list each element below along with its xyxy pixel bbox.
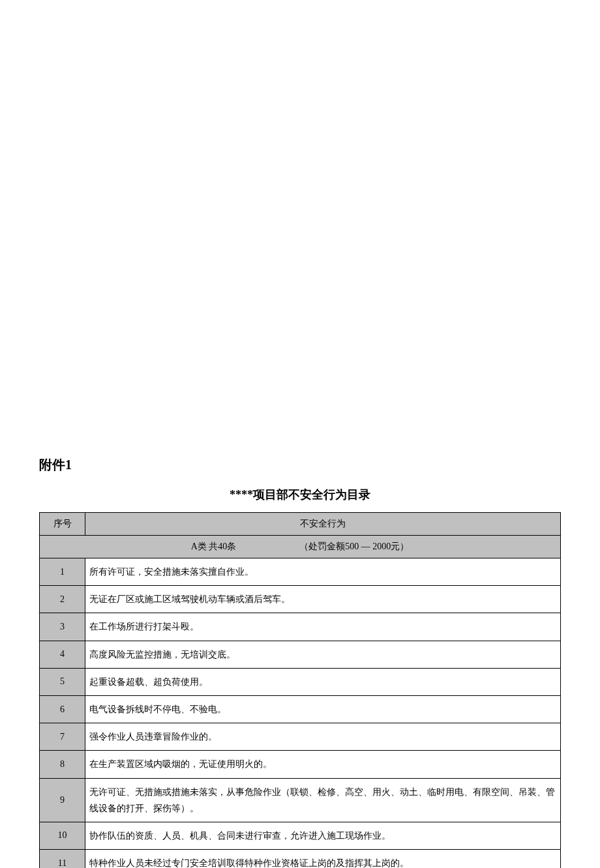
table-header-row: 序号 不安全行为	[40, 513, 561, 536]
table-row: 2 无证在厂区或施工区域驾驶机动车辆或酒后驾车。	[40, 586, 561, 613]
row-desc: 在工作场所进行打架斗殴。	[85, 613, 561, 641]
row-seq: 6	[40, 695, 85, 723]
table-row: 6 电气设备拆线时不停电、不验电。	[40, 695, 561, 723]
unsafe-behavior-table: 序号 不安全行为 A类 共40条 （处罚金额500 — 2000元） 1 所有许…	[39, 512, 561, 868]
row-desc: 无证在厂区或施工区域驾驶机动车辆或酒后驾车。	[85, 586, 561, 613]
row-seq: 5	[40, 668, 85, 695]
row-seq: 10	[40, 822, 85, 849]
row-seq: 2	[40, 586, 85, 613]
row-seq: 1	[40, 558, 85, 586]
row-seq: 4	[40, 641, 85, 668]
row-desc: 无许可证、无措施或措施未落实，从事危险作业（联锁、检修、高空、用火、动土、临时用…	[85, 778, 561, 822]
row-desc: 协作队伍的资质、人员、机具、合同未进行审查，允许进入施工现场作业。	[85, 822, 561, 849]
header-seq: 序号	[40, 513, 85, 536]
row-desc: 电气设备拆线时不停电、不验电。	[85, 695, 561, 723]
category-right: （处罚金额500 — 2000元）	[299, 542, 409, 551]
category-row: A类 共40条 （处罚金额500 — 2000元）	[40, 536, 561, 558]
table-row: 9 无许可证、无措施或措施未落实，从事危险作业（联锁、检修、高空、用火、动土、临…	[40, 778, 561, 822]
table-row: 7 强令作业人员违章冒险作业的。	[40, 723, 561, 751]
category-cell: A类 共40条 （处罚金额500 — 2000元）	[40, 536, 561, 558]
row-desc: 起重设备超载、超负荷使用。	[85, 668, 561, 695]
table-row: 5 起重设备超载、超负荷使用。	[40, 668, 561, 695]
table-row: 10 协作队伍的资质、人员、机具、合同未进行审查，允许进入施工现场作业。	[40, 822, 561, 849]
row-desc: 所有许可证，安全措施未落实擅自作业。	[85, 558, 561, 586]
table-row: 1 所有许可证，安全措施未落实擅自作业。	[40, 558, 561, 586]
row-desc: 特种作业人员未经过专门安全培训取得特种作业资格证上岗的及指挥其上岗的。	[85, 850, 561, 868]
category-left: A类 共40条	[191, 542, 237, 551]
table-row: 4 高度风险无监控措施，无培训交底。	[40, 641, 561, 668]
row-desc: 高度风险无监控措施，无培训交底。	[85, 641, 561, 668]
table-row: 11 特种作业人员未经过专门安全培训取得特种作业资格证上岗的及指挥其上岗的。	[40, 850, 561, 868]
row-seq: 7	[40, 723, 85, 751]
row-seq: 11	[40, 850, 85, 868]
attachment-label: 附件1	[39, 456, 561, 474]
row-desc: 在生产装置区域内吸烟的，无证使用明火的。	[85, 751, 561, 778]
table-row: 3 在工作场所进行打架斗殴。	[40, 613, 561, 641]
header-desc: 不安全行为	[85, 513, 561, 536]
row-seq: 9	[40, 778, 85, 822]
table-row: 8 在生产装置区域内吸烟的，无证使用明火的。	[40, 751, 561, 778]
row-desc: 强令作业人员违章冒险作业的。	[85, 723, 561, 751]
page-title: ****项目部不安全行为目录	[39, 487, 561, 502]
row-seq: 8	[40, 751, 85, 778]
row-seq: 3	[40, 613, 85, 641]
